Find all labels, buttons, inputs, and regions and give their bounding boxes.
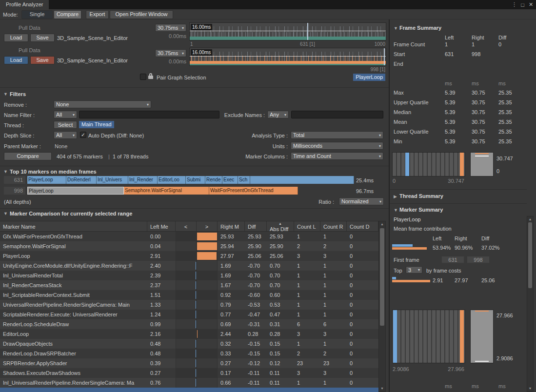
table-row[interactable]: RenderLoop.DrawSRPBatcher0.480.33-0.150.… bbox=[0, 349, 378, 358]
column-header[interactable]: Abs Diff▲ bbox=[267, 221, 294, 231]
right-diff-bar-cell bbox=[197, 368, 218, 378]
close-icon[interactable]: ✕ bbox=[527, 1, 535, 8]
mode-single-button[interactable]: Single bbox=[21, 10, 53, 19]
table-row[interactable]: UnityEngine.CoreModule.dll!UnityEngine.R… bbox=[0, 261, 378, 271]
top10-segment[interactable]: PlayerLoop bbox=[27, 187, 124, 195]
remove-dropdown[interactable]: None ▾ bbox=[54, 100, 151, 108]
column-header[interactable]: Count L bbox=[294, 221, 320, 231]
foldout-open-icon[interactable]: ▼ bbox=[394, 26, 398, 31]
maximize-icon[interactable]: □ bbox=[518, 2, 527, 8]
scroll-up-icon[interactable]: ▲ bbox=[379, 222, 385, 227]
top10-segment[interactable]: Inl_Render bbox=[128, 176, 158, 184]
table-row[interactable]: Inl_UniversalRenderPipeline.RenderSingle… bbox=[0, 378, 378, 388]
table-row-partial-selected[interactable] bbox=[0, 388, 378, 392]
comparison-scrollbar[interactable]: ▲ ▼ bbox=[378, 221, 386, 392]
mode-compare-button[interactable]: Compare bbox=[54, 10, 81, 19]
table-row[interactable]: UniversalRenderPipeline.RenderSingleCame… bbox=[0, 300, 378, 310]
units-dropdown[interactable]: Milliseconds ▾ bbox=[291, 142, 383, 150]
exclude-mode-dropdown[interactable]: Any ▾ bbox=[267, 111, 289, 118]
window-tab[interactable]: Profile Analyzer bbox=[0, 0, 49, 9]
thread-select-button[interactable]: Select bbox=[54, 121, 77, 129]
value-cell: 1 bbox=[320, 310, 347, 319]
top10-segment[interactable]: PlayerLoop bbox=[27, 176, 66, 184]
auto-depth-checkbox[interactable]: ✓ bbox=[80, 132, 86, 138]
table-row[interactable]: PlayerLoop2.9127.9725.0625.06330 bbox=[0, 251, 378, 261]
table-row[interactable]: DrawOpaqueObjects0.480.32-0.150.15110 bbox=[0, 339, 378, 349]
foldout-open-icon[interactable]: ▼ bbox=[3, 211, 8, 216]
foldout-open-icon[interactable]: ▼ bbox=[3, 169, 8, 174]
frame-time-graph-bottom[interactable]: 16.00ms bbox=[189, 48, 386, 66]
first-frame-left-button[interactable]: 631 bbox=[441, 256, 464, 263]
top10-segment[interactable]: Rende bbox=[205, 176, 222, 184]
table-row[interactable]: SRPBRender.ApplyShader0.390.27-0.120.122… bbox=[0, 358, 378, 368]
column-header[interactable]: Count D bbox=[347, 221, 378, 231]
table-row[interactable]: Inl_UniversalRenderTotal2.391.69-0.700.7… bbox=[0, 271, 378, 280]
column-header[interactable]: Count R bbox=[320, 221, 347, 231]
column-header[interactable]: Marker Name bbox=[0, 221, 147, 231]
top10-segment[interactable] bbox=[250, 176, 354, 184]
table-row[interactable]: Shadows.ExecuteDrawShadows0.270.17-0.110… bbox=[0, 368, 378, 378]
top10-segment[interactable]: Exec bbox=[222, 176, 238, 184]
graph-scale-dropdown-top[interactable]: 30.75ms ▾ bbox=[155, 24, 186, 32]
graph-axis-bottom: 998 [1] bbox=[189, 66, 386, 72]
top10-segment[interactable]: Inl_Univers bbox=[97, 176, 128, 184]
pair-graph-selection-checkbox[interactable] bbox=[140, 74, 146, 80]
name-filter-input[interactable] bbox=[79, 111, 219, 118]
graph-scale-dropdown-bottom[interactable]: 30.75ms ▾ bbox=[155, 49, 186, 57]
export-button[interactable]: Export bbox=[86, 10, 109, 19]
scroll-down-icon[interactable]: ▼ bbox=[379, 386, 385, 391]
save-button-top[interactable]: Save bbox=[30, 34, 55, 42]
scroll-up-icon[interactable]: ▲ bbox=[527, 217, 533, 222]
top10-frame-label-right[interactable]: 998 bbox=[4, 187, 25, 195]
top10-frame-label-left[interactable]: 631 bbox=[4, 176, 25, 184]
value-cell: 2 bbox=[320, 241, 347, 251]
thread-chip[interactable]: Main Thread bbox=[79, 121, 114, 128]
first-frame-right-button[interactable]: 998 bbox=[467, 256, 490, 263]
table-row[interactable]: EditorLoop2.162.440.280.28330 bbox=[0, 329, 378, 339]
table-row[interactable]: RenderLoop.ScheduleDraw0.990.69-0.310.31… bbox=[0, 319, 378, 329]
top10-segment[interactable]: Semaphore.WaitForSignal bbox=[124, 187, 209, 195]
top10-segment[interactable]: Submi bbox=[186, 176, 205, 184]
top10-segment[interactable]: Sch bbox=[238, 176, 250, 184]
summary-panel-scrollbar[interactable]: ▲ ▼ bbox=[527, 216, 534, 392]
foldout-open-icon[interactable]: ▼ bbox=[394, 208, 398, 213]
top10-segment[interactable]: WaitForPresentOnGfxThread bbox=[209, 187, 298, 195]
table-row[interactable]: Gfx.WaitForPresentOnGfxThread0.0025.9325… bbox=[0, 232, 378, 241]
value-cell: 0.47 bbox=[267, 310, 294, 319]
exclude-names-input[interactable] bbox=[291, 111, 383, 118]
column-header[interactable]: Left Me bbox=[147, 221, 176, 231]
selected-marker-chip[interactable]: PlayerLoop bbox=[353, 74, 385, 81]
right-diff-bar-cell bbox=[197, 251, 218, 261]
column-header[interactable]: Diff bbox=[245, 221, 267, 231]
name-filter-mode-dropdown[interactable]: All ▾ bbox=[54, 111, 77, 118]
load-button-bottom[interactable]: Load bbox=[4, 56, 28, 64]
scrollbar-thumb[interactable] bbox=[528, 222, 532, 288]
top-n-dropdown[interactable]: 3 ▾ bbox=[406, 266, 422, 274]
foldout-closed-icon[interactable]: ▶ bbox=[394, 194, 397, 199]
thread-count-label: 1 of 78 threads bbox=[113, 153, 148, 160]
table-row[interactable]: Inl_RenderCameraStack2.371.67-0.700.7011… bbox=[0, 280, 378, 290]
open-profiler-window-button[interactable]: Open Profiler Window bbox=[110, 10, 173, 19]
column-header[interactable]: Right M bbox=[218, 221, 245, 231]
top10-segment[interactable]: DoRenderl bbox=[66, 176, 97, 184]
scroll-down-icon[interactable]: ▼ bbox=[527, 386, 533, 391]
analysis-type-dropdown[interactable]: Total ▾ bbox=[291, 131, 383, 139]
depth-mode-dropdown[interactable]: All ▾ bbox=[54, 131, 77, 139]
column-header[interactable]: < bbox=[176, 221, 197, 231]
load-button-top[interactable]: Load bbox=[4, 34, 28, 42]
scrollbar-thumb[interactable] bbox=[380, 228, 384, 326]
table-row[interactable]: Inl_ScriptableRenderContext.Submit1.510.… bbox=[0, 290, 378, 300]
save-button-bottom[interactable]: Save bbox=[30, 56, 55, 64]
frame-time-graph-top[interactable]: 16.00ms bbox=[189, 22, 386, 40]
contribution-right-value: 90.96% bbox=[455, 244, 473, 251]
table-row[interactable]: ScriptableRenderer.Execute: UniversalRen… bbox=[0, 310, 378, 319]
foldout-open-icon[interactable]: ▼ bbox=[3, 92, 8, 97]
value-cell: 2.16 bbox=[147, 329, 176, 339]
marker-columns-dropdown[interactable]: Time and Count ▾ bbox=[291, 152, 383, 160]
ratio-dropdown[interactable]: Normalized ▾ bbox=[339, 197, 384, 205]
table-row[interactable]: Semaphore.WaitForSignal0.0425.9425.9025.… bbox=[0, 241, 378, 251]
column-header[interactable]: > bbox=[197, 221, 218, 231]
top10-segment[interactable]: EditorLoo bbox=[158, 176, 186, 184]
kebab-menu-icon[interactable]: ⋮ bbox=[510, 1, 518, 8]
compare-button[interactable]: Compare bbox=[4, 152, 52, 160]
